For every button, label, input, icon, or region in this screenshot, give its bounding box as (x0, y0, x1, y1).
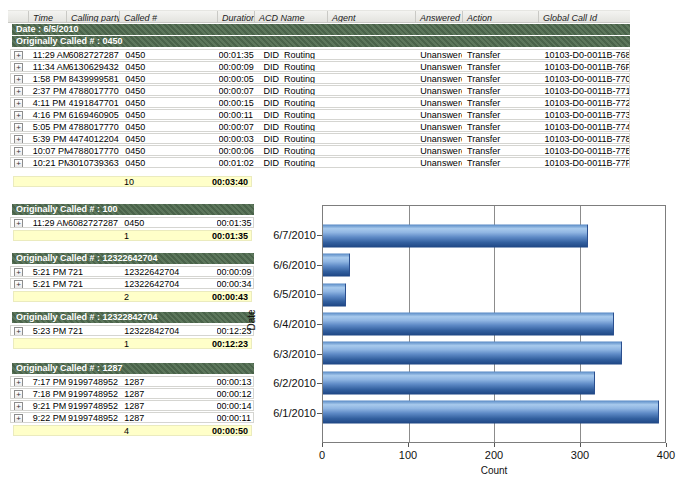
group-section: Originally Called # : 100+11:29 AM608272… (8, 204, 254, 241)
summary-count: 4 (124, 427, 129, 435)
group-section: Originally Called # : 1287+7:17 PM919974… (8, 363, 254, 436)
cell-answered: Unanswered (415, 134, 462, 143)
x-tick-mark (666, 443, 667, 447)
group-header-label: Originally Called # : 0450 (16, 36, 123, 46)
expand-plus-icon[interactable]: + (14, 75, 23, 83)
group-summary-row: 10 00:03:40 (13, 176, 252, 187)
cell-duration: 00:00:15 (219, 98, 256, 107)
column-header-time[interactable]: Time (28, 11, 66, 22)
expand-plus-icon[interactable]: + (14, 111, 23, 119)
cell-time: 9:21 PM (31, 401, 68, 410)
cell-duration: 00:00:06 (219, 146, 256, 155)
cell-time: 5:05 PM (31, 122, 69, 131)
x-tick-label: 400 (649, 449, 676, 461)
cell-time: 11:29 AM (31, 50, 69, 59)
expand-plus-icon[interactable]: + (14, 280, 23, 288)
cell-action: Transfer (462, 158, 538, 167)
summary-duration: 00:12:23 (212, 340, 248, 348)
expand-plus-icon[interactable]: + (14, 135, 23, 143)
expand-plus-icon[interactable]: + (14, 51, 23, 59)
expand-cell: + (11, 377, 31, 386)
expand-plus-icon[interactable]: + (14, 219, 23, 227)
expand-plus-icon[interactable]: + (14, 87, 23, 95)
cell-calling-party: 4788017770 (69, 146, 122, 155)
cell-global-call-id: 10103-D0-0011B-77E (538, 146, 629, 155)
date-group-header: Date : 6/5/2010 (12, 24, 630, 35)
expand-plus-icon[interactable]: + (14, 268, 23, 276)
expand-cell: + (11, 122, 31, 131)
column-header-global-call-id[interactable]: Global Call Id (538, 11, 630, 22)
group-section: Originally Called # : 12322842704+5:23 P… (8, 312, 254, 349)
expand-plus-icon[interactable]: + (14, 99, 23, 107)
cell-duration: 00:00:09 (217, 267, 253, 276)
cell-calling-party: 4788017770 (69, 86, 122, 95)
cell-time: 5:23 PM (31, 326, 68, 335)
cell-called-number: 1287 (120, 413, 216, 422)
expand-plus-icon[interactable]: + (14, 414, 23, 422)
cell-duration: 00:00:07 (219, 122, 256, 131)
cell-duration: 00:00:11 (219, 110, 256, 119)
table-row: +11:34 AM6130629432045000:00:09DID_Routi… (10, 61, 630, 72)
column-header-acd-name[interactable]: ACD Name (254, 11, 327, 22)
cell-answered: Unanswered (415, 146, 462, 155)
cell-action: Transfer (462, 134, 538, 143)
cell-duration: 00:00:14 (217, 401, 253, 410)
cell-called-number: 0450 (121, 74, 218, 83)
column-header-answered[interactable]: Answered (415, 11, 462, 22)
expand-plus-icon[interactable]: + (14, 390, 23, 398)
cell-time: 10:21 PM (31, 158, 69, 167)
table-row: +10:21 PM3010739363045000:01:02DID_Routi… (10, 157, 630, 168)
cell-action: Transfer (462, 74, 538, 83)
cell-calling-party: 721 (68, 267, 120, 276)
cell-global-call-id: 10103-D0-0011B-772 (538, 98, 629, 107)
cell-calling-party: 4191847701 (69, 98, 122, 107)
expand-plus-icon[interactable]: + (14, 123, 23, 131)
expand-plus-icon[interactable]: + (14, 159, 23, 167)
cell-global-call-id: 10103-D0-0011B-774 (538, 122, 629, 131)
cell-duration: 00:00:11 (217, 413, 253, 422)
expand-cell: + (11, 413, 31, 422)
cell-action: Transfer (462, 62, 538, 71)
column-header-action[interactable]: Action (462, 11, 538, 22)
cell-time: 4:11 PM (31, 98, 69, 107)
column-header-agent[interactable]: Agent (327, 11, 415, 22)
cell-called-number: 12322642704 (120, 267, 216, 276)
cell-duration: 00:01:35 (219, 50, 256, 59)
group-summary-row: 400:00:50 (13, 425, 252, 436)
expand-cell: + (11, 74, 31, 83)
cell-global-call-id: 10103-D0-0011B-768 (538, 50, 629, 59)
cell-answered: Unanswered (415, 158, 462, 167)
expand-plus-icon[interactable]: + (14, 63, 23, 71)
cell-time: 7:17 PM (31, 377, 68, 386)
table-row: +7:18 PM9199748952128700:00:12 (10, 388, 254, 399)
cell-calling-party: 721 (68, 279, 120, 288)
cell-acd-name: DID_Routing (255, 74, 328, 83)
cell-called-number: 0450 (121, 122, 218, 131)
cell-time: 11:29 AM (31, 218, 68, 227)
group-summary-row: 100:12:23 (13, 338, 252, 349)
expand-plus-icon[interactable]: + (14, 378, 23, 386)
expand-plus-icon[interactable]: + (14, 402, 23, 410)
cell-action: Transfer (462, 146, 538, 155)
cell-called-number: 0450 (120, 218, 216, 227)
expand-plus-icon[interactable]: + (14, 327, 23, 335)
x-axis-title: Count (322, 465, 666, 476)
expand-cell: + (11, 326, 31, 335)
cell-time: 4:16 PM (31, 110, 69, 119)
cell-acd-name: DID_Routing (255, 98, 328, 107)
column-header-calling-party-[interactable]: Calling party # (66, 11, 119, 22)
cell-action: Transfer (462, 110, 538, 119)
expand-cell: + (11, 267, 31, 276)
column-header-duration[interactable]: Duration (217, 11, 254, 22)
expand-plus-icon[interactable]: + (14, 147, 23, 155)
cell-called-number: 0450 (121, 50, 218, 59)
cell-calling-party: 6130629432 (69, 62, 122, 71)
group-header: Originally Called # : 100 (12, 204, 254, 215)
cell-calling-party: 6082727287 (69, 50, 122, 59)
cell-called-number: 12322842704 (120, 326, 216, 335)
cell-global-call-id: 10103-D0-0011B-770 (538, 74, 629, 83)
column-header-called-[interactable]: Called # (119, 11, 217, 22)
cell-time: 7:18 PM (31, 389, 68, 398)
cell-agent (328, 146, 415, 155)
expand-cell: + (11, 50, 31, 59)
